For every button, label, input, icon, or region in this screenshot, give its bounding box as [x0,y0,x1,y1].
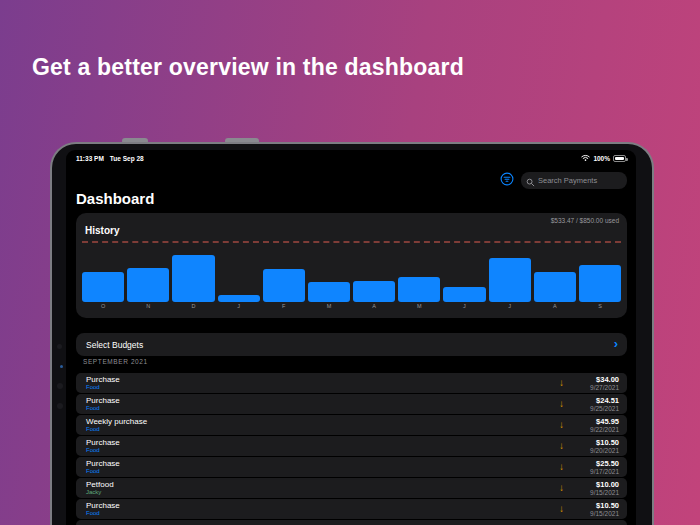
camera-icon [57,344,62,349]
chart-x-label: S [579,303,621,309]
bar-segment [82,272,124,302]
transaction-date: 9/25/2021 [577,405,619,413]
transaction-date: 9/22/2021 [577,426,619,434]
transaction-title: Purchase [86,459,120,468]
bar-segment [308,282,350,302]
bar-segment [172,255,214,302]
expense-arrow-icon: ↓ [559,461,564,472]
tablet-screen: 11:33 PM Tue Sep 28 100% [66,150,636,525]
chart-bar-S-11[interactable] [579,243,621,302]
bar-segment [443,287,485,302]
transaction-title: Petfood [86,480,114,489]
transaction-category: Food [86,447,120,454]
tablet-frame: 11:33 PM Tue Sep 28 100% [50,142,654,525]
chart-x-label: M [398,303,440,309]
chart-bar-J-8[interactable] [443,243,485,302]
camera-glint [60,365,63,368]
expense-arrow-icon: ↓ [559,377,564,388]
expense-arrow-icon: ↓ [559,419,564,430]
history-card: $533.47 / $850.00 used History ONDJFMAMJ… [76,213,627,318]
budget-usage-summary: $533.47 / $850.00 used [551,217,619,224]
filter-circle-button[interactable] [500,172,514,186]
filter-icon [500,172,514,186]
transaction-title: Weekly purchase [86,417,147,426]
chart-x-label: N [127,303,169,309]
month-section-header: SEPTEMBER 2021 [83,358,148,365]
transaction-category: Food [86,510,120,517]
transaction-list: Purchase Food ↓ $34.00 9/27/2021 Purchas… [76,373,627,525]
transaction-date: 9/27/2021 [577,384,619,392]
chart-bar-M-7[interactable] [398,243,440,302]
chart-bar-D-2[interactable] [172,243,214,302]
chart-x-label: A [534,303,576,309]
transaction-row[interactable]: Purchase Food ↓ $10.50 9/15/2021 [76,499,627,519]
transaction-row[interactable]: Purchase Food ↓ $10.50 9/20/2021 [76,436,627,456]
chart-bar-F-4[interactable] [263,243,305,302]
transaction-title: Purchase [86,375,120,384]
wifi-icon [581,154,590,163]
battery-icon [613,155,626,162]
expense-arrow-icon: ↓ [559,440,564,451]
bar-segment [579,265,621,302]
chart-bar-O-0[interactable] [82,243,124,302]
status-date: Tue Sep 28 [110,155,144,162]
transaction-category: Food [86,384,120,391]
transaction-row[interactable]: Purchase Food ↓ $34.00 9/27/2021 [76,373,627,393]
transaction-category: Food [86,426,147,433]
toolbar [500,169,627,189]
bar-segment [353,281,395,302]
transaction-amount: $24.51 [577,396,619,405]
sensor-dot [57,403,63,409]
transaction-title: Purchase [86,501,120,510]
page-title: Dashboard [76,190,154,207]
transaction-amount: $10.00 [577,480,619,489]
chart-x-label: O [82,303,124,309]
transaction-row[interactable]: Purchase Food ↓ $24.51 9/25/2021 [76,394,627,414]
search-input[interactable] [521,172,627,189]
chart-x-label: M [308,303,350,309]
bar-segment [127,268,169,302]
chart-bar-A-10[interactable] [534,243,576,302]
chevron-right-icon: › [614,337,618,350]
chart-bar-J-3[interactable] [218,243,260,302]
expense-arrow-icon: ↓ [559,482,564,493]
transaction-row[interactable]: Purchase Food ↓ $25.50 9/17/2021 [76,457,627,477]
chart-bar-N-1[interactable] [127,243,169,302]
battery-percent: 100% [593,155,610,162]
transaction-row[interactable]: Petfood Jacky ↓ $10.00 9/15/2021 [76,478,627,498]
status-time: 11:33 PM [76,155,104,162]
chart-x-label: F [263,303,305,309]
marketing-slide: Get a better overview in the dashboard 1… [0,0,700,525]
transaction-date: 9/20/2021 [577,447,619,455]
transaction-amount: $45.95 [577,417,619,426]
chart-bar-M-5[interactable] [308,243,350,302]
transaction-date: 9/17/2021 [577,468,619,476]
sensor-dot [57,383,63,389]
expense-arrow-icon: ↓ [559,503,564,514]
select-budgets-row[interactable]: Select Budgets › [76,333,627,356]
transaction-title: Purchase [86,396,120,405]
chart-x-label: J [218,303,260,309]
bar-segment [489,258,531,302]
transaction-amount: $34.00 [577,375,619,384]
bar-segment [398,277,440,302]
transaction-category: Food [86,405,120,412]
chart-x-label: D [172,303,214,309]
chart-x-label: A [353,303,395,309]
chart-bar-J-9[interactable] [489,243,531,302]
bar-segment [534,272,576,302]
transaction-row[interactable]: Weekly purchase Food ↓ $45.95 9/22/2021 [76,415,627,435]
select-budgets-label: Select Budgets [86,340,143,350]
transaction-row[interactable]: ↓ [76,520,627,525]
hero-title: Get a better overview in the dashboard [32,54,464,81]
transaction-date: 9/15/2021 [577,489,619,497]
bar-segment [263,269,305,302]
transaction-title: Purchase [86,438,120,447]
chart-x-label: J [489,303,531,309]
transaction-date: 9/15/2021 [577,510,619,518]
transaction-amount: $25.50 [577,459,619,468]
history-card-title: History [85,225,119,236]
chart-x-label: J [443,303,485,309]
status-bar: 11:33 PM Tue Sep 28 100% [76,153,626,164]
chart-bar-A-6[interactable] [353,243,395,302]
